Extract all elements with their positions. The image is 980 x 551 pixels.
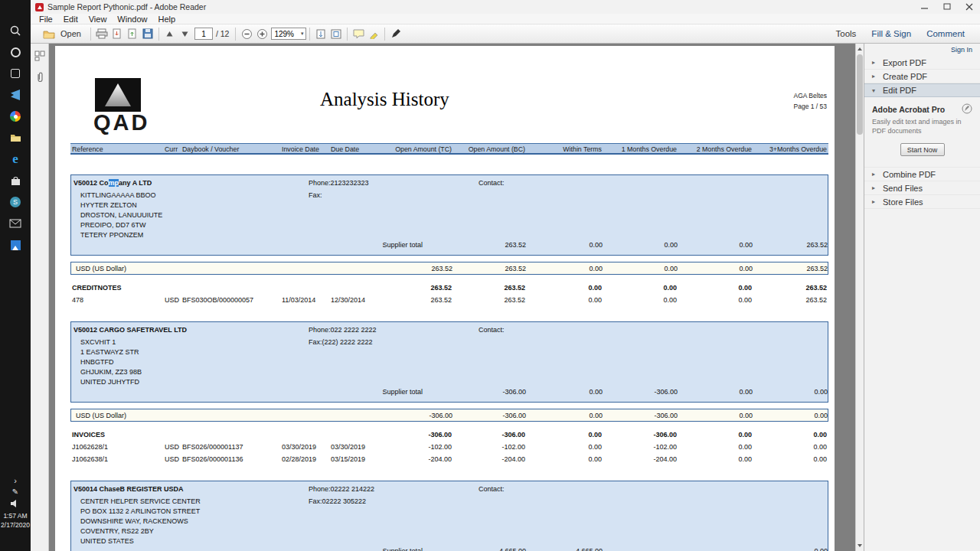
sticky-note-icon[interactable] xyxy=(351,27,366,41)
maximize-button[interactable] xyxy=(936,0,958,14)
task-view-icon[interactable] xyxy=(4,64,27,83)
edge-icon[interactable]: e xyxy=(4,150,27,168)
currency-cell: USD xyxy=(165,443,179,451)
store-icon[interactable] xyxy=(4,171,27,190)
scroll-down-button[interactable] xyxy=(856,541,864,550)
panel-item-send-files[interactable]: ▸Send Files xyxy=(864,181,980,195)
daybook-cell: BFS026/000001137 xyxy=(182,443,243,451)
panel-item-edit-pdf[interactable]: ▾ Edit PDF xyxy=(864,83,980,97)
amount-cell: 0.00 xyxy=(533,443,602,451)
text-selection: mp xyxy=(109,179,119,187)
panel-item-export-pdf[interactable]: ▸Export PDF xyxy=(864,56,980,70)
file-explorer-icon[interactable] xyxy=(4,129,27,147)
tab-comment[interactable]: Comment xyxy=(919,27,972,41)
panel-item-label: Store Files xyxy=(883,197,923,207)
supplier-name: V50012 CARGO SAFETRAVEL LTD xyxy=(74,326,187,334)
panel-item-label: Send Files xyxy=(883,184,923,193)
export-pdf-icon[interactable] xyxy=(109,27,125,41)
daybook-cell: BFS030OB/000000057 xyxy=(182,296,253,304)
start-now-button[interactable]: Start Now xyxy=(900,143,945,156)
signature-pen-icon[interactable] xyxy=(388,27,403,41)
zoom-out-icon[interactable] xyxy=(239,27,254,41)
detail-row: J1062628/1USDBFS026/00000113703/30/20190… xyxy=(70,443,828,453)
address-line: HYYTER ZELTON xyxy=(80,201,162,210)
volume-icon[interactable] xyxy=(5,497,25,509)
panel-item-create-pdf[interactable]: ▸Create PDF xyxy=(864,70,980,83)
amount-cell: -102.00 xyxy=(383,443,452,451)
panel-item-combine-pdf[interactable]: ▸Combine PDF xyxy=(864,168,980,181)
amount-cell: 263.52 xyxy=(758,284,827,292)
next-page-icon[interactable] xyxy=(178,27,193,41)
amount-cell: -4,665.00 xyxy=(534,547,603,551)
taskbar-tray: ›✎ xyxy=(5,474,25,509)
page-thumbnails-icon[interactable] xyxy=(33,49,47,63)
supplier-contact: Contact: xyxy=(479,179,505,187)
address-line: HNBGTFD xyxy=(80,357,142,367)
attachments-icon[interactable] xyxy=(33,70,47,84)
prev-page-icon[interactable] xyxy=(162,27,178,41)
search-icon[interactable] xyxy=(4,21,27,40)
browser-icon[interactable] xyxy=(4,107,27,126)
scroll-mode-icon[interactable] xyxy=(313,27,328,41)
tab-fill-sign[interactable]: Fill & Sign xyxy=(864,27,919,41)
open-button[interactable]: Open xyxy=(35,25,87,42)
reference-cell: J1062638/1 xyxy=(72,455,108,463)
supplier-total-label: Supplier total xyxy=(346,388,423,396)
menu-edit[interactable]: Edit xyxy=(58,15,83,24)
zoom-in-icon[interactable] xyxy=(254,27,270,41)
supplier-address: CENTER HELPER SERVICE CENTERPO BOX 1132 … xyxy=(80,497,201,546)
vertical-scrollbar[interactable] xyxy=(855,44,864,551)
hidden-icons-chevron-icon[interactable]: › xyxy=(5,474,25,486)
menu-window[interactable]: Window xyxy=(112,15,152,24)
qad-logo xyxy=(95,78,141,112)
amount-cell: -306.00 xyxy=(384,412,452,419)
scroll-up-button[interactable] xyxy=(856,44,864,54)
sign-in-link[interactable]: Sign In xyxy=(951,46,972,54)
fit-page-icon[interactable] xyxy=(328,27,344,41)
toolbar-separator xyxy=(235,28,236,41)
supplier-phone: Phone:022 2222 2222 xyxy=(309,326,377,334)
mail-icon[interactable] xyxy=(4,214,27,233)
amount-cell: 0.00 xyxy=(534,265,603,272)
amount-cell: -204.00 xyxy=(456,455,525,463)
pen-icon[interactable]: ✎ xyxy=(5,486,25,497)
currency-cell: USD xyxy=(165,455,179,463)
scrollbar-thumb[interactable] xyxy=(857,54,863,135)
column-header: 2 Months Overdue xyxy=(683,145,752,153)
amount-cell: 263.52 xyxy=(758,296,827,304)
supplier-name: V50012 Company A LTD xyxy=(74,179,152,187)
highlight-icon[interactable] xyxy=(366,27,381,41)
taskbar-date: 2/17/2020 xyxy=(1,521,30,530)
panel-item-store-files[interactable]: ▸Store Files xyxy=(864,195,980,209)
visual-studio-icon[interactable] xyxy=(4,86,27,104)
menu-help[interactable]: Help xyxy=(152,15,181,24)
document-viewer[interactable]: QAD Analysis History AGA Beltes Page 1 /… xyxy=(49,44,855,551)
photos-icon[interactable] xyxy=(4,236,27,254)
address-line: KITTLINGAAAAA BBOO xyxy=(80,191,162,201)
zoom-level-select[interactable]: 129% ▾ xyxy=(271,28,306,40)
column-header: Within Terms xyxy=(533,145,602,153)
amount-cell: 263.52 xyxy=(456,296,525,304)
panel-item-label: Edit PDF xyxy=(883,86,916,95)
address-line: DOWNSHIRE WAY, RACKENOWS xyxy=(80,517,201,527)
supplier-contact: Contact: xyxy=(479,485,505,493)
taskbar-clock[interactable]: 1:57 AM 2/17/2020 xyxy=(1,512,30,530)
skype-icon[interactable]: S xyxy=(4,193,27,211)
address-line: DROSTON, LANUUUIUTE xyxy=(80,210,162,220)
print-icon[interactable] xyxy=(94,27,109,41)
supplier-total-label: Supplier total xyxy=(346,241,423,249)
page-number-input[interactable]: 1 xyxy=(194,28,213,40)
minimize-button[interactable] xyxy=(913,0,936,14)
amount-cell: -306.00 xyxy=(457,388,526,396)
menu-file[interactable]: File xyxy=(34,15,58,24)
chevron-right-icon: ▸ xyxy=(872,171,878,178)
taskbar-app-icons: eS xyxy=(4,21,27,254)
amount-cell: 0.00 xyxy=(758,443,827,451)
save-icon[interactable] xyxy=(140,27,155,41)
close-button[interactable] xyxy=(958,0,980,14)
share-icon[interactable] xyxy=(125,27,140,41)
menu-view[interactable]: View xyxy=(83,15,113,24)
tab-tools[interactable]: Tools xyxy=(828,27,864,41)
column-header: Curr xyxy=(165,145,178,153)
cortana-icon[interactable] xyxy=(4,43,27,61)
